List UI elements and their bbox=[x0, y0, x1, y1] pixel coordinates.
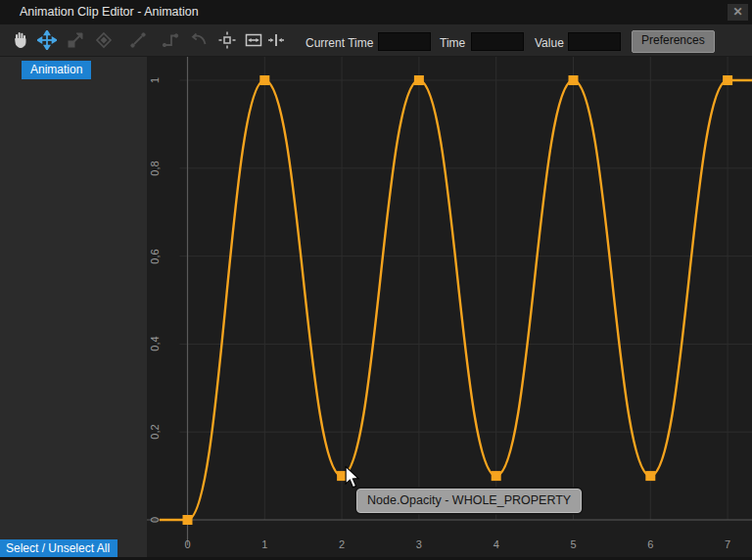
y-tick-label: 0,6 bbox=[149, 237, 161, 276]
linear-interpolation-icon bbox=[128, 30, 148, 50]
hand-icon bbox=[11, 30, 30, 50]
x-tick-label: 0 bbox=[168, 538, 208, 550]
smooth-curve-icon bbox=[189, 30, 209, 50]
move-tool-button[interactable] bbox=[37, 30, 57, 50]
keyframe-marker[interactable] bbox=[492, 471, 501, 481]
fit-width-icon bbox=[266, 30, 286, 50]
keyframe-marker[interactable] bbox=[183, 515, 193, 525]
scale-icon bbox=[66, 30, 85, 50]
toolbar: Current Time Time Value Preferences bbox=[0, 24, 752, 57]
preferences-button[interactable]: Preferences bbox=[632, 30, 715, 53]
keyframe-marker[interactable] bbox=[414, 75, 424, 85]
time-label: Time bbox=[440, 36, 465, 50]
curve-editor-canvas[interactable]: Node.Opacity - WHOLE_PROPERTY 00,20,40,6… bbox=[147, 57, 752, 560]
select-unselect-all-button[interactable]: Select / Unselect All bbox=[0, 539, 118, 558]
keyframe-marker[interactable] bbox=[259, 75, 269, 85]
y-tick-label: 0,2 bbox=[149, 412, 161, 451]
y-tick-label: 1 bbox=[149, 61, 161, 100]
close-icon[interactable]: ✕ bbox=[728, 4, 748, 21]
add-keyframe-tool-button[interactable] bbox=[94, 30, 114, 50]
keyframe-marker[interactable] bbox=[645, 471, 655, 481]
current-time-input[interactable] bbox=[378, 32, 431, 51]
mouse-cursor bbox=[345, 466, 360, 493]
smooth-interpolation-tool-button[interactable] bbox=[189, 30, 209, 50]
y-tick-label: 0 bbox=[149, 500, 161, 539]
y-tick-label: 0,4 bbox=[149, 324, 161, 363]
center-target-icon bbox=[217, 30, 237, 50]
x-tick-label: 4 bbox=[477, 538, 516, 550]
step-interpolation-icon bbox=[161, 30, 180, 50]
value-label: Value bbox=[535, 36, 564, 50]
sidebar: Animation Select / Unselect All bbox=[0, 57, 147, 560]
move-arrows-icon bbox=[37, 30, 57, 50]
pan-tool-button[interactable] bbox=[11, 30, 30, 50]
animation-curve-plot bbox=[147, 57, 752, 560]
keyframe-marker[interactable] bbox=[723, 75, 732, 85]
animation-clip-item[interactable]: Animation bbox=[22, 61, 91, 79]
keyframe-diamond-icon bbox=[94, 30, 114, 50]
fit-horizontally-tool-button[interactable] bbox=[244, 30, 263, 50]
fit-width-tool-button[interactable] bbox=[266, 30, 286, 50]
title-bar: Animation Clip Editor - Animation ✕ bbox=[0, 0, 752, 24]
window-title: Animation Clip Editor - Animation bbox=[20, 5, 199, 19]
x-tick-label: 6 bbox=[631, 538, 670, 550]
scale-tool-button[interactable] bbox=[66, 30, 85, 50]
x-tick-label: 5 bbox=[554, 538, 593, 550]
step-interpolation-tool-button[interactable] bbox=[161, 30, 180, 50]
current-time-label: Current Time bbox=[306, 36, 373, 50]
center-view-tool-button[interactable] bbox=[217, 30, 237, 50]
time-input[interactable] bbox=[471, 32, 524, 51]
x-tick-label: 7 bbox=[708, 538, 747, 550]
keyframe-marker[interactable] bbox=[569, 75, 579, 85]
animation-curve[interactable] bbox=[160, 80, 752, 520]
y-tick-label: 0,8 bbox=[149, 149, 161, 188]
x-tick-label: 2 bbox=[322, 538, 361, 550]
fit-horizontal-icon bbox=[244, 30, 263, 50]
value-input[interactable] bbox=[568, 32, 621, 51]
tooltip: Node.Opacity - WHOLE_PROPERTY bbox=[356, 489, 582, 513]
x-tick-label: 3 bbox=[400, 538, 439, 550]
x-tick-label: 1 bbox=[245, 538, 284, 550]
linear-interpolation-tool-button[interactable] bbox=[128, 30, 148, 50]
